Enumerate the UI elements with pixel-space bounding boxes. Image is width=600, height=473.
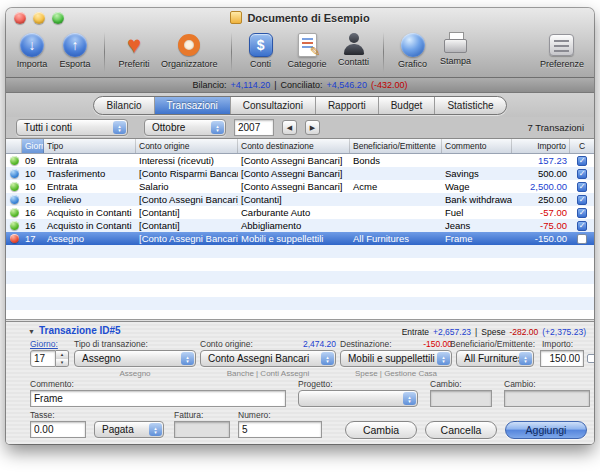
window-chrome: Documento di Esempio Importa Esporta Pre…: [6, 8, 594, 78]
column-label: Giorno: [25, 139, 44, 153]
column-beneficiario[interactable]: Beneficiario/Emittente: [350, 139, 442, 153]
year-input[interactable]: [234, 119, 274, 136]
cell-importo: 500.00: [512, 167, 570, 180]
beneficiario-label: Beneficiario/Emittente:: [450, 339, 535, 349]
tab-bilancio[interactable]: Bilancio: [94, 97, 154, 114]
next-period-button[interactable]: [305, 120, 320, 135]
popup-arrows-icon: [321, 352, 334, 365]
cancella-button[interactable]: Cancella: [425, 421, 497, 439]
cell-destinazione: [Conto Assegni Bancari]: [238, 167, 350, 180]
table-row[interactable]: 10 Trasferimento [Conto Risparmi Bancari…: [6, 167, 594, 180]
stepper-up-button[interactable]: [56, 351, 68, 359]
tipo-popup[interactable]: Assegno: [74, 350, 196, 367]
fattura-input[interactable]: [174, 421, 230, 438]
cell-importo: -57.00: [512, 206, 570, 219]
title-bar[interactable]: Documento di Esempio: [6, 8, 594, 28]
cell-beneficiario: [350, 167, 442, 180]
column-commento[interactable]: Commento: [442, 139, 512, 153]
stepper-down-button[interactable]: [56, 359, 68, 367]
tipo-label: Tipo di transazione:: [74, 339, 148, 349]
cell-status: [6, 167, 22, 180]
cell-origine: Interessi (ricevuti): [136, 154, 238, 167]
toolbar-preferiti-button[interactable]: Preferiti: [118, 31, 150, 69]
tipo-popup-value: Assegno: [82, 353, 121, 364]
reconciled-checkbox[interactable]: [577, 169, 587, 179]
table-row[interactable]: 16 Acquisto in Contanti [Contanti] Carbu…: [6, 206, 594, 219]
beneficiario-popup[interactable]: All Furnitures: [456, 350, 534, 367]
tab-statistiche[interactable]: Statistiche: [435, 97, 505, 114]
month-popup[interactable]: Ottobre: [144, 119, 226, 136]
cambio1-input[interactable]: [430, 390, 492, 407]
status-separator: |: [274, 80, 276, 90]
cambia-button[interactable]: Cambia: [345, 421, 417, 439]
tasse-input[interactable]: [30, 421, 86, 438]
tipo-sublabel: Assegno: [74, 369, 196, 378]
column-tipo[interactable]: Tipo: [44, 139, 136, 153]
column-giorno[interactable]: Giorno: [22, 139, 44, 153]
reconciled-checkbox[interactable]: [577, 195, 587, 205]
giorno-input[interactable]: [30, 350, 56, 367]
pagata-popup[interactable]: Pagata: [94, 421, 164, 438]
toolbar-label: Esporta: [59, 59, 90, 69]
column-status[interactable]: [6, 139, 22, 153]
column-conto-destinazione[interactable]: Conto destinazione: [238, 139, 350, 153]
cell-reconciled: [570, 167, 594, 180]
destinazione-balance: -150.00: [402, 339, 452, 349]
cell-destinazione: Abbigliamento: [238, 219, 350, 232]
tab-rapporti[interactable]: Rapporti: [316, 97, 379, 114]
toolbar-importa-button[interactable]: Importa: [16, 31, 48, 69]
column-reconciled[interactable]: C: [570, 139, 594, 153]
table-row-selected[interactable]: 17 Assegno [Conto Assegni Bancari] Mobil…: [6, 232, 594, 245]
toolbar-grafico-button[interactable]: Grafico: [397, 31, 429, 69]
reconciled-checkbox[interactable]: [577, 234, 587, 244]
importo-input[interactable]: [540, 350, 584, 367]
toolbar-preferenze-button[interactable]: Preferenze: [540, 31, 584, 69]
cell-destinazione: Mobili e suppellettili: [238, 232, 350, 245]
cell-tipo: Entrata: [44, 180, 136, 193]
reconciled-checkbox[interactable]: [577, 208, 587, 218]
transaction-type-icon: [10, 221, 19, 230]
previous-period-button[interactable]: [282, 120, 297, 135]
conciliato-delta: (-432.00): [371, 80, 408, 90]
table-row[interactable]: 10 Entrata Salario [Conto Assegni Bancar…: [6, 180, 594, 193]
table-row[interactable]: 09 Entrata Interessi (ricevuti) [Conto A…: [6, 154, 594, 167]
import-icon: [20, 33, 44, 57]
reconciled-checkbox[interactable]: [577, 156, 587, 166]
aggiungi-button[interactable]: Aggiungi: [505, 421, 587, 439]
destinazione-popup[interactable]: Mobili e suppellettili: [340, 350, 452, 367]
cell-tipo: Acquisto in Contanti: [44, 206, 136, 219]
cell-reconciled: [570, 219, 594, 232]
cell-importo: 157.23: [512, 154, 570, 167]
toolbar-categorie-button[interactable]: Categorie: [288, 31, 327, 69]
progetto-label: Progetto:: [298, 379, 333, 389]
tab-budget[interactable]: Budget: [379, 97, 436, 114]
toolbar-esporta-button[interactable]: Esporta: [59, 31, 91, 69]
reconciled-checkbox[interactable]: [577, 182, 587, 192]
toolbar-contatti-button[interactable]: Contatti: [338, 31, 370, 67]
table-row[interactable]: 16 Prelievo [Conto Assegni Bancari] [Con…: [6, 193, 594, 206]
toolbar-conti-button[interactable]: Conti: [245, 31, 277, 69]
accounts-popup[interactable]: Tutti i conti: [16, 119, 128, 136]
contacts-person-icon: [342, 31, 366, 56]
table-body: 09 Entrata Interessi (ricevuti) [Conto A…: [6, 154, 594, 319]
tab-consultazioni[interactable]: Consultazioni: [231, 97, 316, 114]
column-importo[interactable]: Importo: [512, 139, 570, 153]
reconciled-checkbox[interactable]: [577, 221, 587, 231]
tab-transazioni[interactable]: Transazioni: [155, 97, 231, 114]
table-row[interactable]: 16 Acquisto in Contanti [Contanti] Abbig…: [6, 219, 594, 232]
progetto-popup[interactable]: [298, 390, 418, 407]
giorno-label[interactable]: Giorno:: [30, 339, 58, 349]
toolbar-stampa-button[interactable]: Stampa: [440, 31, 472, 66]
conto-origine-popup[interactable]: Conto Assegni Bancari: [200, 350, 336, 367]
cell-reconciled: [570, 232, 594, 245]
importo-checkbox[interactable]: [587, 354, 594, 363]
toolbar-organizzatore-button[interactable]: Organizzatore: [161, 31, 218, 69]
commento-input[interactable]: [30, 390, 286, 407]
numero-input[interactable]: [238, 421, 322, 438]
cell-status: [6, 232, 22, 245]
disclosure-triangle-icon[interactable]: [28, 326, 35, 336]
transaction-type-icon: [10, 208, 19, 217]
cell-commento: [442, 154, 512, 167]
column-conto-origine[interactable]: Conto origine: [136, 139, 238, 153]
cambio2-input[interactable]: [504, 390, 590, 407]
